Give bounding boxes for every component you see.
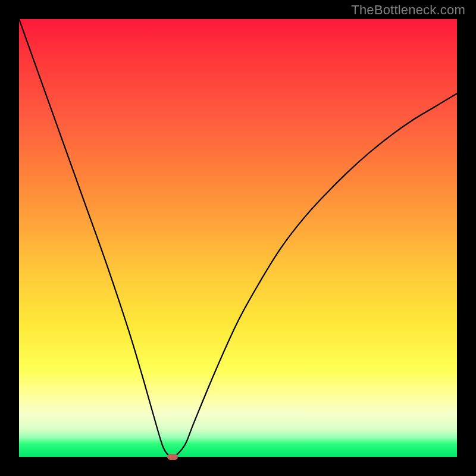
minimum-marker bbox=[167, 454, 178, 460]
bottleneck-curve bbox=[19, 19, 457, 457]
curve-svg bbox=[19, 19, 457, 457]
watermark-text: TheBottleneck.com bbox=[351, 2, 465, 18]
plot-area bbox=[19, 19, 457, 457]
chart-frame: TheBottleneck.com bbox=[0, 0, 476, 476]
